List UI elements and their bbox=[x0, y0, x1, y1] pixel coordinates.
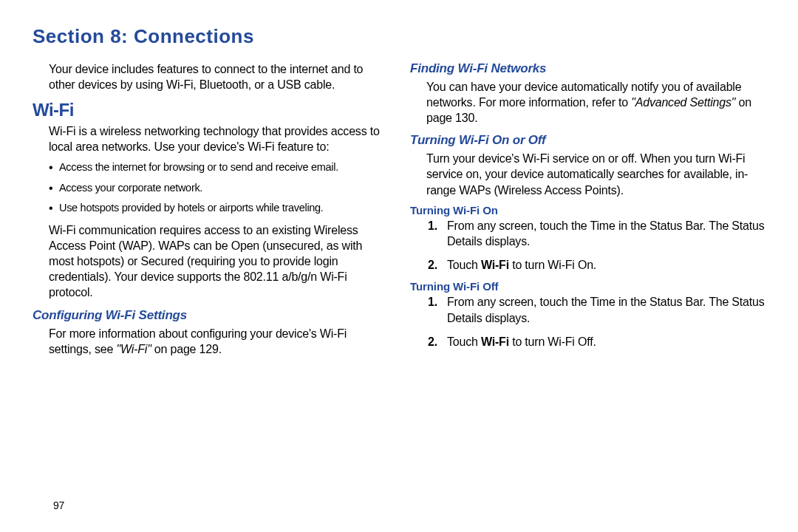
turning-off-heading: Turning Wi-Fi Off bbox=[410, 280, 765, 293]
cross-reference: "Advanced Settings" bbox=[631, 96, 735, 109]
turning-on-heading: Turning Wi-Fi On bbox=[410, 204, 765, 216]
list-item: Access the internet for browsing or to s… bbox=[49, 159, 388, 176]
text: to turn Wi-Fi Off. bbox=[509, 335, 596, 348]
text: to turn Wi-Fi On. bbox=[509, 259, 596, 271]
wifi-intro-paragraph: Wi-Fi is a wireless networking technolog… bbox=[49, 123, 388, 154]
bold-text: Wi-Fi bbox=[481, 335, 509, 348]
cross-reference: "Wi-Fi" bbox=[116, 343, 151, 355]
wifi-heading: Wi-Fi bbox=[33, 100, 388, 120]
configuring-heading: Configuring Wi-Fi Settings bbox=[33, 308, 388, 323]
manual-page: Section 8: Connections Your device inclu… bbox=[0, 0, 798, 532]
bold-text: Wi-Fi bbox=[481, 259, 509, 271]
text: Touch bbox=[447, 335, 481, 348]
list-item: From any screen, touch the Time in the S… bbox=[428, 218, 765, 250]
list-item: Touch Wi-Fi to turn Wi-Fi On. bbox=[428, 257, 765, 273]
list-item: Access your corporate network. bbox=[49, 180, 388, 197]
list-item: Touch Wi-Fi to turn Wi-Fi Off. bbox=[428, 334, 765, 350]
wap-paragraph: Wi-Fi communication requires access to a… bbox=[49, 222, 388, 301]
text: Touch bbox=[447, 259, 481, 271]
finding-networks-heading: Finding Wi-Fi Networks bbox=[410, 61, 765, 76]
list-item: From any screen, touch the Time in the S… bbox=[428, 294, 765, 326]
two-column-layout: Your device includes features to connect… bbox=[33, 61, 765, 361]
right-column: Finding Wi-Fi Networks You can have your… bbox=[410, 61, 765, 361]
turning-off-steps: From any screen, touch the Time in the S… bbox=[428, 294, 765, 349]
list-item: Use hotspots provided by hotels or airpo… bbox=[49, 200, 388, 216]
intro-paragraph: Your device includes features to connect… bbox=[49, 61, 388, 92]
finding-networks-paragraph: You can have your device automatically n… bbox=[426, 79, 765, 126]
wifi-bullet-list: Access the internet for browsing or to s… bbox=[49, 159, 388, 216]
left-column: Your device includes features to connect… bbox=[33, 61, 388, 361]
turning-onoff-paragraph: Turn your device's Wi-Fi service on or o… bbox=[426, 151, 765, 197]
turning-on-steps: From any screen, touch the Time in the S… bbox=[428, 218, 765, 273]
text: on page 129. bbox=[151, 343, 222, 355]
configuring-paragraph: For more information about configuring y… bbox=[49, 326, 388, 357]
turning-onoff-heading: Turning Wi-Fi On or Off bbox=[410, 133, 765, 148]
section-heading: Section 8: Connections bbox=[33, 25, 765, 48]
page-number: 97 bbox=[53, 499, 64, 511]
